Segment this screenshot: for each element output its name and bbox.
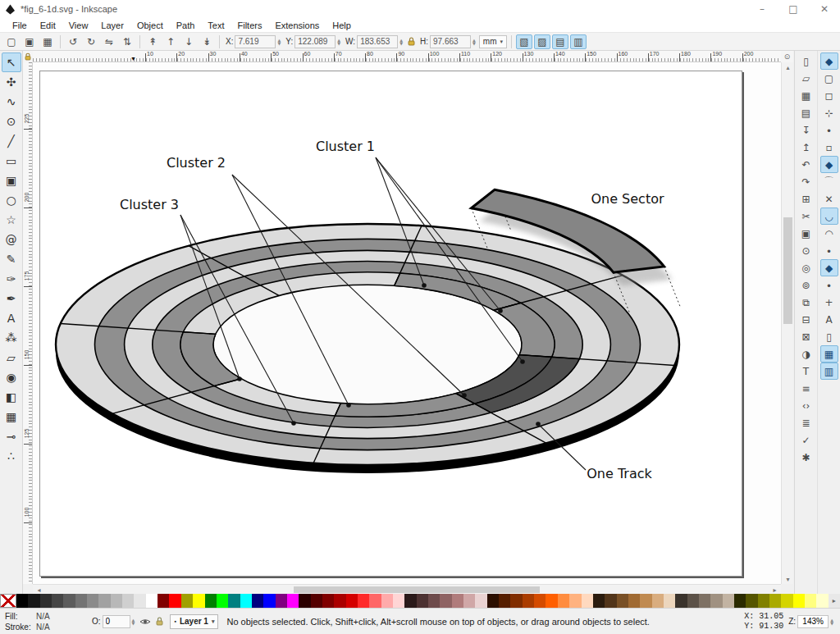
palette-swatch[interactable]: [63, 594, 75, 608]
palette-swatch[interactable]: [487, 594, 499, 608]
snap-nodes-icon[interactable]: ◆: [820, 156, 838, 173]
box3d-tool[interactable]: ▣: [2, 171, 21, 190]
export-icon[interactable]: ↥: [797, 139, 815, 156]
snap-bbox-corner-icon[interactable]: ⊹: [820, 104, 838, 121]
preferences-icon[interactable]: ✱: [797, 449, 815, 466]
text-dialog-icon[interactable]: T: [797, 363, 815, 380]
toolbar-icon-0-0[interactable]: ▢: [3, 34, 20, 49]
palette-swatch[interactable]: [769, 594, 781, 608]
palette-swatch[interactable]: [158, 594, 169, 608]
palette-swatch[interactable]: [534, 594, 546, 608]
horizontal-scrollbar[interactable]: ◂ ▸: [33, 584, 781, 594]
palette-swatch[interactable]: [358, 594, 369, 608]
zoom-spinner[interactable]: ▲▼: [830, 618, 833, 625]
zoom-field[interactable]: [797, 615, 829, 628]
toolbar-icon-1-2[interactable]: ⇋: [101, 34, 117, 49]
horizontal-scroll-thumb[interactable]: [294, 586, 540, 593]
lock-ratio-icon[interactable]: [408, 37, 415, 46]
palette-swatch[interactable]: [475, 594, 486, 608]
duplicate-icon[interactable]: ⧉: [797, 294, 815, 311]
pen-tool[interactable]: ✑: [2, 269, 21, 289]
zoom-drawing-icon[interactable]: ◎: [797, 259, 815, 276]
palette-swatch[interactable]: [311, 594, 322, 608]
stroke-value[interactable]: N/A: [36, 622, 50, 632]
toolbar-icon-0-2[interactable]: ▦: [39, 34, 56, 49]
tweak-tool[interactable]: ∿: [2, 92, 21, 112]
palette-swatch[interactable]: [16, 594, 28, 608]
snap-object-center-icon[interactable]: ∙: [820, 276, 838, 294]
minimize-button[interactable]: –: [746, 0, 778, 18]
palette-swatch[interactable]: [440, 594, 451, 608]
snap-bbox-icon[interactable]: ▢: [820, 70, 838, 87]
snap-toggle-icon[interactable]: ◆: [820, 52, 838, 70]
pencil-tool[interactable]: ✎: [2, 249, 21, 269]
h-spinner[interactable]: ▲▼: [472, 39, 476, 45]
print-icon[interactable]: ▤: [797, 104, 815, 121]
opacity-field[interactable]: [103, 615, 130, 628]
affect-toggle-3[interactable]: ▥: [570, 34, 587, 49]
layer-lock-icon[interactable]: [156, 617, 163, 626]
spray-tool[interactable]: ⁂: [2, 328, 21, 348]
toolbar-icon-2-2[interactable]: ↓: [180, 34, 197, 49]
palette-swatch[interactable]: [558, 594, 569, 608]
text-tool[interactable]: A: [2, 308, 21, 328]
toolbar-icon-1-3[interactable]: ⇅: [119, 34, 135, 49]
align-dialog-icon[interactable]: ≣: [797, 414, 815, 431]
horizontal-ruler[interactable]: 1020304050607080901001101201301401501601…: [33, 51, 781, 62]
palette-swatch[interactable]: [699, 594, 710, 608]
palette-swatch[interactable]: [664, 594, 675, 608]
palette-swatch[interactable]: [299, 594, 310, 608]
save-icon[interactable]: ▦: [797, 87, 815, 104]
palette-swatch[interactable]: [346, 594, 358, 608]
w-field[interactable]: [357, 35, 398, 48]
h-field[interactable]: [430, 35, 471, 48]
new-document-icon[interactable]: ▯: [797, 52, 815, 70]
palette-swatch[interactable]: [593, 594, 605, 608]
palette-swatch[interactable]: [263, 594, 275, 608]
palette-swatch[interactable]: [40, 594, 52, 608]
palette-swatch[interactable]: [276, 594, 287, 608]
palette-swatch[interactable]: [640, 594, 651, 608]
ellipse-tool[interactable]: ○: [2, 190, 21, 210]
x-spinner[interactable]: ▲▼: [277, 39, 281, 45]
palette-swatch[interactable]: [710, 594, 722, 608]
palette-swatch[interactable]: [758, 594, 769, 608]
palette-swatch[interactable]: [193, 594, 204, 608]
palette-swatch[interactable]: [417, 594, 428, 608]
palette-swatch[interactable]: [228, 594, 240, 608]
palette-swatch[interactable]: [675, 594, 687, 608]
menu-layer[interactable]: Layer: [95, 20, 130, 31]
affect-toggle-1[interactable]: ▨: [534, 34, 550, 49]
palette-swatch-none[interactable]: [0, 594, 16, 608]
palette-swatch[interactable]: [816, 594, 828, 608]
bucket-tool[interactable]: ◉: [2, 367, 21, 387]
gradient-tool[interactable]: ◧: [2, 387, 21, 407]
star-tool[interactable]: ☆: [2, 210, 21, 230]
zoom-selection-icon[interactable]: ⊙: [797, 242, 815, 259]
y-field[interactable]: [294, 35, 336, 48]
snap-cusp-node-icon[interactable]: ◡: [820, 208, 838, 225]
palette-swatch[interactable]: [569, 594, 581, 608]
toolbar-icon-2-3[interactable]: ↡: [199, 34, 215, 49]
copy-icon[interactable]: ⊞: [797, 190, 815, 208]
ruler-lock-icon[interactable]: [23, 51, 33, 62]
palette-swatch[interactable]: [217, 594, 228, 608]
palette-swatch[interactable]: [605, 594, 616, 608]
sticky-zoom-button[interactable]: ⊙: [781, 51, 793, 62]
menu-filters[interactable]: Filters: [232, 20, 268, 31]
palette-swatch[interactable]: [805, 594, 816, 608]
spiral-tool[interactable]: @: [2, 230, 21, 249]
palette-swatch[interactable]: [146, 594, 158, 608]
menu-extensions[interactable]: Extensions: [269, 20, 325, 31]
palette-swatch[interactable]: [181, 594, 193, 608]
undo-icon[interactable]: ↶: [797, 156, 815, 173]
layers-dialog-icon[interactable]: ≡: [797, 380, 815, 397]
affect-toggle-2[interactable]: ▤: [552, 34, 568, 49]
snap-path-icon[interactable]: ⌒: [820, 173, 838, 190]
palette-swatch[interactable]: [723, 594, 734, 608]
snap-midpoint-icon[interactable]: ∙: [820, 242, 838, 259]
affect-toggle-0[interactable]: ▧: [516, 34, 532, 49]
palette-swatch[interactable]: [499, 594, 510, 608]
palette-swatch[interactable]: [205, 594, 217, 608]
scroll-down-icon[interactable]: ▾: [782, 574, 794, 584]
